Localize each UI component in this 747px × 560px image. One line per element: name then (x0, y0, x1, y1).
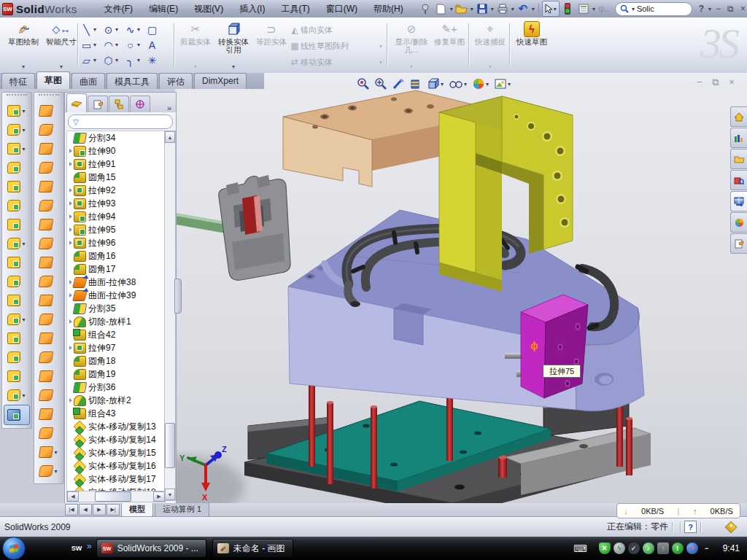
update-tray-icon[interactable]: ✓ (628, 542, 640, 554)
expand-arrow-icon[interactable] (69, 149, 72, 153)
feature-tree-item[interactable]: 实体-移动/复制13 (67, 420, 165, 433)
extend-surface-icon[interactable]: ▾ (34, 253, 63, 272)
tag-icon[interactable] (725, 521, 738, 533)
revolved-surface-icon[interactable]: ▾ (34, 120, 63, 139)
search-box[interactable]: ▾Solic (615, 2, 692, 16)
quick-launch-overflow[interactable]: » (87, 541, 92, 551)
measure-icon[interactable]: ▾ (4, 405, 30, 425)
shape-feature-icon[interactable]: ▾ (34, 424, 63, 443)
tab-features[interactable]: 特征 (1, 73, 35, 89)
section-view-icon[interactable] (392, 77, 405, 90)
sync-tray-icon[interactable]: − (701, 542, 713, 554)
工具(T)[interactable]: 工具(T) (273, 1, 317, 18)
sketch-tool-button[interactable]: ╮▾ (124, 52, 146, 68)
draft-icon[interactable]: ▾ (2, 196, 31, 215)
appearances-scenes-tab[interactable] (730, 212, 747, 233)
toolbar-extra-icon[interactable]: ψ.. (597, 2, 611, 15)
help-button[interactable]: ? (695, 4, 708, 15)
文件(F)[interactable]: 文件(F) (96, 1, 141, 18)
taskbar-clock[interactable]: 9:41 (723, 543, 740, 553)
tab-dimxpert[interactable]: DimXpert (194, 73, 247, 89)
slider-insert-part[interactable] (219, 175, 290, 280)
scroll-right-button[interactable]: ▶ (153, 491, 165, 502)
窗口(W)[interactable]: 窗口(W) (318, 1, 365, 18)
print-icon[interactable] (495, 2, 510, 15)
freeform-icon[interactable]: ▾ (34, 367, 63, 386)
编辑(E)[interactable]: 编辑(E) (141, 1, 186, 18)
toolbar-drag-handle[interactable] (39, 94, 59, 100)
curves-icon[interactable]: ▾ (34, 462, 63, 481)
view-orientation-icon[interactable] (409, 77, 422, 90)
security-tray-icon[interactable]: ϟ (614, 542, 625, 554)
volume-tray-icon[interactable]: ♪ (643, 542, 654, 554)
combine-icon[interactable]: ▾ (2, 291, 31, 310)
last-tab-button[interactable]: ▶| (107, 504, 120, 516)
feature-tree-item[interactable]: 分割35 (67, 302, 165, 315)
sketch-button[interactable]: ✎〜 草图绘制▾ (4, 20, 42, 71)
feature-tree-item[interactable]: 拉伸95 (67, 223, 165, 236)
feature-tree-item[interactable]: 拉伸90 (67, 144, 165, 158)
status-help-button[interactable]: ? (684, 521, 697, 533)
feature-tree-item[interactable]: 圆角18 (67, 354, 165, 368)
chamfer-icon[interactable]: ▾ (2, 158, 31, 177)
extruded-boss-icon[interactable]: ▾ (2, 101, 31, 120)
sketch-tool-button[interactable]: ⬡▾ (102, 52, 124, 68)
feature-tree-item[interactable]: 曲面-拉伸39 (67, 289, 165, 302)
dome-icon[interactable]: ▾ (34, 405, 63, 424)
feature-tree-item[interactable]: 圆角17 (67, 262, 165, 276)
configuration-manager-tab[interactable] (109, 96, 129, 112)
3d-viewport[interactable]: ϕ Y Z X (175, 89, 747, 503)
tab-surfaces[interactable]: 曲面 (71, 73, 105, 89)
swept-surface-icon[interactable]: ▾ (34, 101, 63, 120)
expand-arrow-icon[interactable] (69, 293, 72, 298)
filled-surface-icon[interactable]: ▾ (34, 177, 63, 196)
sketch-tool-button[interactable]: ▱▾ (80, 52, 102, 68)
rapid-sketch-button[interactable]: ϟ 快速草图 (514, 20, 550, 71)
health-tray-icon[interactable]: + (686, 542, 698, 554)
dimxpert-manager-tab[interactable] (130, 96, 150, 112)
expand-arrow-icon[interactable] (69, 214, 72, 219)
hide-show-items-icon[interactable]: ▾ (449, 77, 468, 90)
start-button[interactable] (2, 537, 26, 560)
expand-arrow-icon[interactable] (69, 188, 72, 192)
pin-toolbar-icon[interactable] (418, 2, 433, 15)
lofted-surface-icon[interactable]: ▾ (34, 139, 63, 158)
delete-body-icon[interactable]: ▾ (2, 310, 31, 329)
fillet-icon[interactable]: ▾ (2, 139, 31, 158)
knit-surface-icon[interactable]: ▾ (34, 310, 63, 329)
feature-tree-item[interactable]: 圆角16 (67, 249, 165, 262)
options-icon[interactable] (576, 2, 591, 15)
shell-icon[interactable]: ▾ (2, 177, 31, 196)
model-tab[interactable]: 模型 (121, 503, 153, 517)
convert-entities-button[interactable]: 转换实体引用▾ (214, 20, 252, 71)
motion-study-tab[interactable]: 运动算例 1 (155, 503, 209, 517)
custom-properties-tab[interactable] (730, 233, 747, 254)
extruded-cut-icon[interactable]: ▾ (2, 120, 31, 139)
feature-tree-item[interactable]: 圆角19 (67, 368, 165, 381)
sketch-tool-button[interactable]: ▢▾ (146, 22, 168, 37)
feature-tree-item[interactable]: 实体-移动/复制16 (67, 459, 165, 472)
feature-tree-item[interactable]: 切除-放样2 (67, 394, 165, 407)
taskbar-button-solidworks[interactable]: SW SolidWorks 2009 - ... (96, 539, 206, 558)
scroll-down-button[interactable]: ▼ (165, 489, 175, 500)
next-tab-button[interactable]: ▶ (93, 504, 106, 516)
taskbar-button-paint[interactable]: 🖌 未命名 - 画图 (212, 539, 293, 558)
solidworks-resources-tab[interactable] (730, 106, 747, 127)
tab-evaluate[interactable]: 评估 (159, 73, 193, 89)
move-body-icon[interactable]: ▾ (2, 272, 31, 291)
feature-tree-item[interactable]: 实体-移动/复制14 (67, 433, 165, 446)
open-icon[interactable] (454, 2, 469, 15)
tree-vertical-scrollbar[interactable]: ▲ ▼ (164, 131, 176, 501)
doc-restore-button[interactable]: ⧉ (708, 77, 724, 88)
scroll-left-button[interactable]: ◀ (67, 491, 79, 502)
sketch-tool-button[interactable]: ◠▾ (102, 37, 124, 52)
tab-sketch[interactable]: 草图 (36, 71, 70, 89)
replace-face-icon[interactable]: ▾ (34, 348, 63, 367)
property-manager-tab[interactable] (88, 96, 108, 112)
prev-tab-button[interactable]: ◀ (79, 504, 92, 516)
ejector-block-magenta-part[interactable]: ϕ (521, 295, 588, 398)
feature-tree-item[interactable]: 分割34 (67, 131, 165, 144)
surface-fillet-icon[interactable]: ▾ (34, 386, 63, 405)
offset-surface-icon[interactable]: ▾ (34, 215, 63, 234)
expand-arrow-icon[interactable] (69, 280, 72, 284)
